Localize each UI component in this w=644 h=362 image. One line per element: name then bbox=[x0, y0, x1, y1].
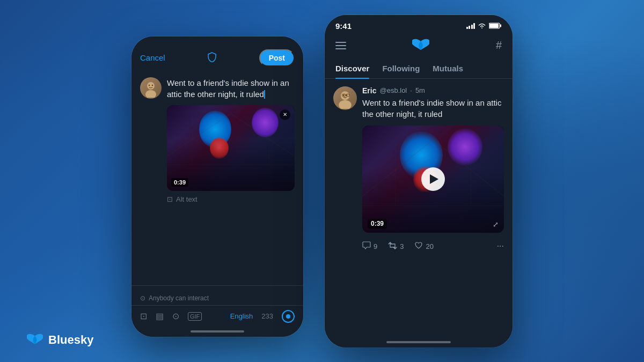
svg-line-4 bbox=[167, 113, 231, 156]
battery-icon bbox=[489, 23, 502, 29]
compose-text: Went to a friend's indie show in an atti… bbox=[167, 77, 295, 100]
cancel-button[interactable]: Cancel bbox=[140, 53, 165, 62]
phones-container: Cancel Post bbox=[0, 0, 644, 362]
explore-button[interactable]: # bbox=[496, 39, 502, 51]
compose-video-timestamp: 0:39 bbox=[171, 178, 188, 187]
brand-butterfly-icon bbox=[27, 333, 43, 347]
gif-video-icon[interactable]: ▤ bbox=[156, 311, 164, 321]
like-count: 20 bbox=[426, 242, 433, 250]
interact-icon: ⊙ bbox=[140, 294, 145, 302]
post-video-timestamp: 0:39 bbox=[368, 219, 387, 228]
compose-phone: Cancel Post bbox=[131, 36, 303, 337]
svg-point-0 bbox=[147, 82, 155, 90]
bluesky-logo-icon bbox=[412, 38, 429, 53]
feed-phone: 9:41 bbox=[325, 15, 513, 348]
comment-icon bbox=[362, 241, 371, 251]
tab-following[interactable]: Following bbox=[382, 60, 420, 78]
language-selector[interactable]: English bbox=[230, 312, 253, 320]
svg-point-13 bbox=[339, 100, 352, 108]
compose-screen: Cancel Post bbox=[131, 36, 303, 337]
comment-count: 9 bbox=[374, 242, 377, 250]
post-actions: 9 3 bbox=[362, 238, 504, 254]
shield-icon bbox=[207, 51, 217, 64]
post-body: Eric @esb.lol · 5m Went to a friend's in… bbox=[362, 86, 504, 330]
post-button[interactable]: Post bbox=[259, 49, 295, 67]
char-count: 233 bbox=[261, 312, 273, 320]
text-cursor bbox=[264, 90, 265, 99]
status-bar: 9:41 bbox=[325, 15, 513, 34]
post-author-handle: @esb.lol bbox=[379, 86, 407, 94]
tab-mutuals[interactable]: Mutuals bbox=[433, 60, 463, 78]
compose-divider bbox=[131, 285, 303, 286]
svg-point-2 bbox=[149, 84, 150, 85]
svg-point-1 bbox=[145, 90, 156, 98]
menu-button[interactable] bbox=[335, 42, 346, 49]
home-indicator bbox=[191, 330, 244, 333]
post-time: 5m bbox=[415, 86, 425, 94]
comment-action[interactable]: 9 bbox=[362, 241, 377, 251]
feed-tabs: Discover Following Mutuals bbox=[325, 60, 513, 79]
post-text: Went to a friend's indie show in an atti… bbox=[362, 97, 504, 121]
post-avatar[interactable] bbox=[333, 86, 357, 110]
compose-topbar: Cancel Post bbox=[131, 41, 303, 73]
repost-count: 3 bbox=[400, 242, 404, 250]
post-separator: · bbox=[410, 86, 412, 94]
svg-point-3 bbox=[152, 84, 153, 85]
compose-body: Went to a friend's indie show in an atti… bbox=[131, 73, 303, 280]
repost-icon bbox=[388, 242, 397, 251]
play-button[interactable] bbox=[421, 167, 445, 191]
alt-text-button[interactable]: ⊡ Alt text bbox=[167, 195, 295, 203]
wifi-icon bbox=[478, 23, 486, 29]
svg-line-20 bbox=[433, 139, 504, 196]
svg-line-19 bbox=[362, 139, 433, 196]
svg-rect-10 bbox=[489, 24, 499, 28]
like-icon bbox=[414, 241, 423, 251]
home-indicator bbox=[386, 341, 451, 343]
external-link-icon: ⤢ bbox=[493, 220, 499, 228]
interact-setting[interactable]: ⊙ Anybody can interact bbox=[131, 291, 303, 305]
like-action[interactable]: 20 bbox=[414, 241, 433, 251]
feed-topbar: # bbox=[325, 34, 513, 60]
video-close-button[interactable]: ✕ bbox=[280, 109, 290, 120]
post-video[interactable]: 0:39 ⤢ bbox=[362, 125, 504, 233]
compose-content: Went to a friend's indie show in an atti… bbox=[167, 77, 295, 276]
camera-icon[interactable]: ⊙ bbox=[172, 311, 179, 321]
compose-toolbar: ⊡ ▤ ⊙ GIF English 233 bbox=[131, 305, 303, 327]
post-author-name: Eric bbox=[362, 86, 376, 95]
char-count-circle bbox=[282, 310, 295, 323]
tab-discover[interactable]: Discover bbox=[335, 60, 369, 78]
image-attach-icon[interactable]: ⊡ bbox=[140, 311, 147, 321]
play-triangle-icon bbox=[430, 174, 438, 184]
signal-icon bbox=[466, 23, 475, 29]
feed-screen: 9:41 bbox=[325, 15, 513, 348]
repost-action[interactable]: 3 bbox=[388, 242, 404, 251]
svg-point-14 bbox=[343, 94, 345, 96]
compose-video-thumbnail[interactable]: 0:39 ✕ bbox=[167, 105, 295, 191]
compose-avatar bbox=[140, 77, 162, 99]
status-time: 9:41 bbox=[335, 21, 352, 31]
status-icons bbox=[466, 23, 502, 29]
svg-rect-11 bbox=[500, 25, 502, 27]
post-container: Eric @esb.lol · 5m Went to a friend's in… bbox=[325, 79, 513, 338]
post-header: Eric @esb.lol · 5m bbox=[362, 86, 504, 95]
brand-name: Bluesky bbox=[48, 333, 93, 347]
image-icon: ⊡ bbox=[167, 195, 173, 203]
more-action[interactable]: ··· bbox=[497, 241, 504, 251]
branding: Bluesky bbox=[27, 333, 93, 347]
gif-icon[interactable]: GIF bbox=[188, 312, 202, 321]
